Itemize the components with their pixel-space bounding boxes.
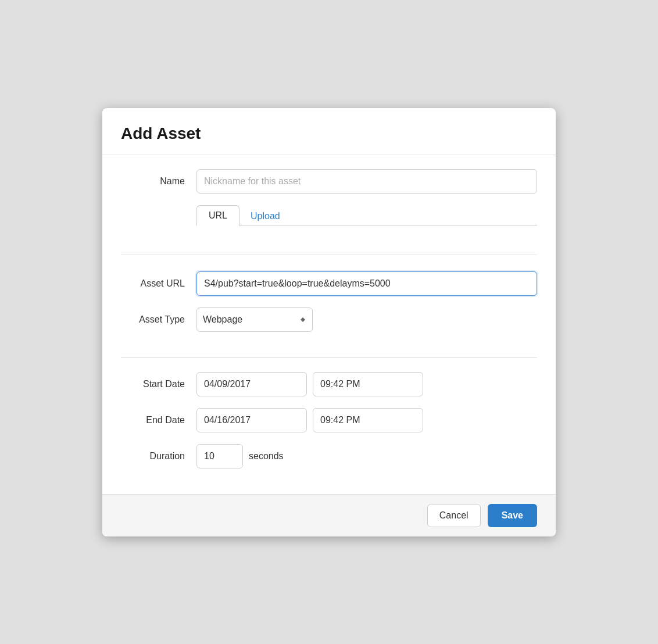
tab-upload-label: Upload	[251, 211, 280, 221]
asset-type-select[interactable]: Webpage Image Video HTML	[196, 307, 313, 332]
dialog-footer: Cancel Save	[102, 494, 556, 536]
name-section: Name URL Upload	[121, 169, 537, 255]
end-time-input[interactable]	[313, 408, 423, 432]
cancel-button[interactable]: Cancel	[427, 504, 481, 527]
start-date-row: Start Date	[121, 372, 537, 396]
name-row: Name	[121, 169, 537, 194]
end-date-row: End Date	[121, 408, 537, 432]
tab-url[interactable]: URL	[196, 205, 239, 226]
duration-row: Duration seconds	[121, 444, 537, 468]
start-date-label: Start Date	[121, 379, 196, 389]
dialog-header: Add Asset	[102, 108, 556, 155]
add-asset-dialog: Add Asset Name URL Upload	[102, 108, 556, 536]
start-date-time-group	[196, 372, 423, 396]
end-date-label: End Date	[121, 415, 196, 425]
end-date-time-group	[196, 408, 423, 432]
asset-url-input[interactable]	[196, 271, 537, 296]
start-time-input[interactable]	[313, 372, 423, 396]
tab-upload[interactable]: Upload	[239, 206, 292, 226]
duration-unit: seconds	[249, 451, 284, 461]
save-button[interactable]: Save	[488, 504, 537, 527]
asset-type-label: Asset Type	[121, 314, 196, 325]
datetime-section: Start Date End Date Duration seconds	[121, 372, 537, 468]
tabs-row: URL Upload	[121, 205, 537, 226]
duration-label: Duration	[121, 451, 196, 461]
tabs-container: URL Upload	[196, 205, 292, 226]
duration-input[interactable]	[196, 444, 243, 468]
asset-url-row: Asset URL	[121, 271, 537, 296]
name-input[interactable]	[196, 169, 537, 194]
name-label: Name	[121, 176, 196, 187]
duration-group: seconds	[196, 444, 284, 468]
start-date-input[interactable]	[196, 372, 307, 396]
tabs-divider	[196, 226, 537, 226]
end-date-input[interactable]	[196, 408, 307, 432]
dialog-body: Name URL Upload Asset URL	[102, 155, 556, 494]
asset-type-row: Asset Type Webpage Image Video HTML	[121, 307, 537, 332]
dialog-title: Add Asset	[121, 124, 537, 143]
asset-url-label: Asset URL	[121, 278, 196, 289]
url-section: Asset URL Asset Type Webpage Image Video…	[121, 269, 537, 358]
tab-url-label: URL	[209, 210, 227, 220]
